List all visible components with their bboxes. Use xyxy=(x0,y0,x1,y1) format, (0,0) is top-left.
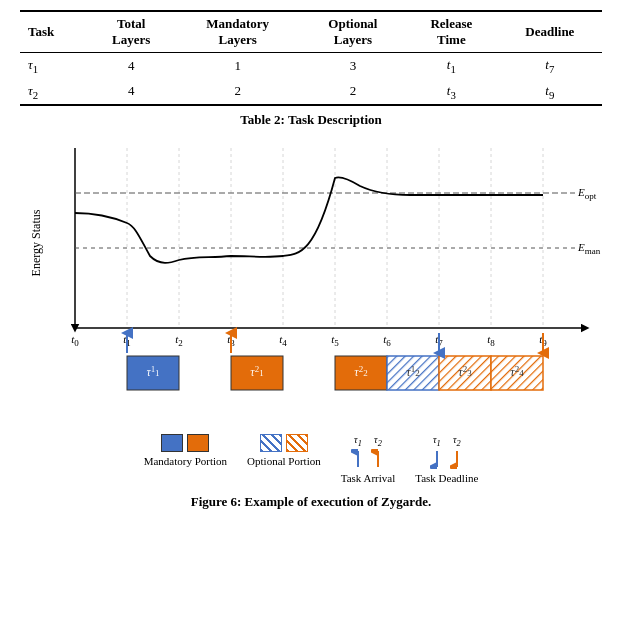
tau1-arrival-arrow xyxy=(351,449,365,469)
cell-deadline: t9 xyxy=(498,79,602,106)
table-row: τ2 4 2 2 t3 t9 xyxy=(20,79,602,106)
tau2-deadline: τ2 xyxy=(450,434,464,469)
task-table: Task TotalLayers MandatoryLayers Optiona… xyxy=(20,10,602,106)
col-release: ReleaseTime xyxy=(405,11,498,53)
tau2-arrival-arrow xyxy=(371,449,385,469)
tau1-arrival: τ1 xyxy=(351,434,365,469)
optional-boxes xyxy=(260,434,308,452)
t4-label: t4 xyxy=(279,333,287,348)
mandatory-label: Mandatory Portion xyxy=(144,455,227,467)
y-axis-label: Energy Status xyxy=(29,209,43,276)
t0-label: t0 xyxy=(71,333,79,348)
deadline-arrows: τ1 τ2 xyxy=(430,434,464,469)
cell-optional: 2 xyxy=(301,79,405,106)
t2-label: t2 xyxy=(175,333,183,348)
tau1-arrival-label: τ1 xyxy=(354,434,362,448)
col-mandatory: MandatoryLayers xyxy=(175,11,301,53)
tau2-arrival: τ2 xyxy=(371,434,385,469)
tau1-optional-box xyxy=(260,434,282,452)
cell-task: τ1 xyxy=(20,53,88,79)
cell-task: τ2 xyxy=(20,79,88,106)
e-opt-label: Eopt xyxy=(577,186,597,201)
tau1-mandatory-box xyxy=(161,434,183,452)
t8-label: t8 xyxy=(487,333,495,348)
cell-mandatory: 1 xyxy=(175,53,301,79)
deadline-legend: τ1 τ2 Task Deadline xyxy=(415,434,478,484)
cell-optional: 3 xyxy=(301,53,405,79)
cell-release: t1 xyxy=(405,53,498,79)
col-task: Task xyxy=(20,11,88,53)
figure-caption: Figure 6: Example of execution of Zygard… xyxy=(20,494,602,510)
tau2-deadline-label: τ2 xyxy=(453,434,461,448)
legend-section: Mandatory Portion Optional Portion τ1 τ2 xyxy=(20,434,602,484)
col-total: TotalLayers xyxy=(88,11,175,53)
optional-label: Optional Portion xyxy=(247,455,321,467)
cell-total: 4 xyxy=(88,79,175,106)
mandatory-boxes xyxy=(161,434,209,452)
cell-mandatory: 2 xyxy=(175,79,301,106)
col-optional: OptionalLayers xyxy=(301,11,405,53)
t5-label: t5 xyxy=(331,333,339,348)
cell-total: 4 xyxy=(88,53,175,79)
arrival-arrows: τ1 τ2 xyxy=(351,434,385,469)
arrival-label: Task Arrival xyxy=(341,472,396,484)
chart-section: Energy Status Eopt Eman t0 t1 t2 t3 t4 t… xyxy=(20,138,602,422)
cell-release: t3 xyxy=(405,79,498,106)
table-caption: Table 2: Task Description xyxy=(20,112,602,128)
table-section: Task TotalLayers MandatoryLayers Optiona… xyxy=(20,10,602,128)
tau1-deadline-arrow xyxy=(430,449,444,469)
cell-deadline: t7 xyxy=(498,53,602,79)
arrival-legend: τ1 τ2 Task Arrival xyxy=(341,434,396,484)
tau1-deadline: τ1 xyxy=(430,434,444,469)
table-row: τ1 4 1 3 t1 t7 xyxy=(20,53,602,79)
t6-label: t6 xyxy=(383,333,391,348)
col-deadline: Deadline xyxy=(498,11,602,53)
tau1-deadline-label: τ1 xyxy=(433,434,441,448)
deadline-label: Task Deadline xyxy=(415,472,478,484)
tau2-optional-box xyxy=(286,434,308,452)
optional-legend: Optional Portion xyxy=(247,434,321,467)
tau2-arrival-label: τ2 xyxy=(374,434,382,448)
tau2-deadline-arrow xyxy=(450,449,464,469)
e-man-label: Eman xyxy=(577,241,601,256)
tau2-mandatory-box xyxy=(187,434,209,452)
chart-svg: Energy Status Eopt Eman t0 t1 t2 t3 t4 t… xyxy=(20,138,602,418)
mandatory-legend: Mandatory Portion xyxy=(144,434,227,467)
